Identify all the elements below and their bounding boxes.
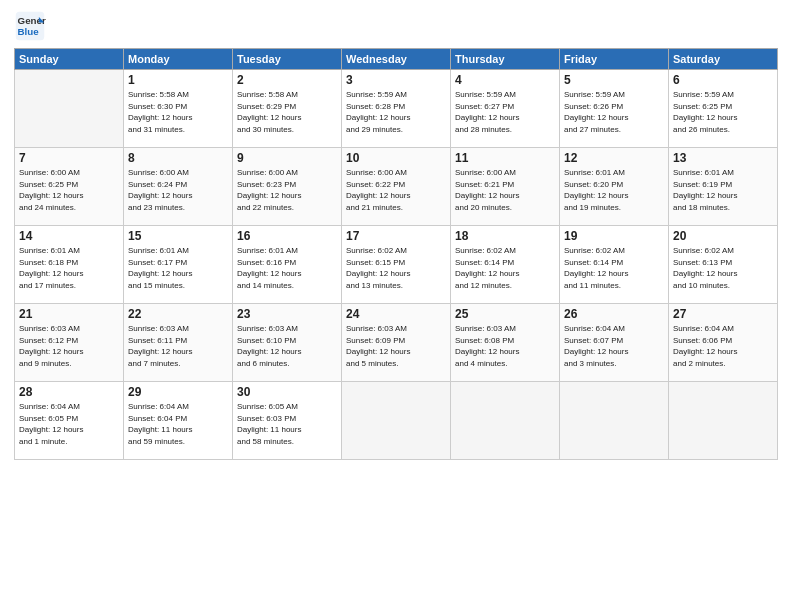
day-info: Sunrise: 5:59 AM Sunset: 6:27 PM Dayligh… <box>455 89 555 135</box>
col-header-tuesday: Tuesday <box>233 49 342 70</box>
calendar-cell: 21Sunrise: 6:03 AM Sunset: 6:12 PM Dayli… <box>15 304 124 382</box>
calendar-week-5: 28Sunrise: 6:04 AM Sunset: 6:05 PM Dayli… <box>15 382 778 460</box>
calendar-header-row: SundayMondayTuesdayWednesdayThursdayFrid… <box>15 49 778 70</box>
day-info: Sunrise: 6:02 AM Sunset: 6:13 PM Dayligh… <box>673 245 773 291</box>
day-number: 11 <box>455 151 555 165</box>
calendar-cell <box>560 382 669 460</box>
day-info: Sunrise: 6:01 AM Sunset: 6:20 PM Dayligh… <box>564 167 664 213</box>
calendar-cell: 10Sunrise: 6:00 AM Sunset: 6:22 PM Dayli… <box>342 148 451 226</box>
day-number: 16 <box>237 229 337 243</box>
day-number: 3 <box>346 73 446 87</box>
calendar-cell: 7Sunrise: 6:00 AM Sunset: 6:25 PM Daylig… <box>15 148 124 226</box>
day-info: Sunrise: 6:05 AM Sunset: 6:03 PM Dayligh… <box>237 401 337 447</box>
day-number: 29 <box>128 385 228 399</box>
calendar-cell: 24Sunrise: 6:03 AM Sunset: 6:09 PM Dayli… <box>342 304 451 382</box>
day-info: Sunrise: 6:04 AM Sunset: 6:07 PM Dayligh… <box>564 323 664 369</box>
day-info: Sunrise: 6:02 AM Sunset: 6:15 PM Dayligh… <box>346 245 446 291</box>
day-number: 27 <box>673 307 773 321</box>
col-header-wednesday: Wednesday <box>342 49 451 70</box>
day-info: Sunrise: 6:01 AM Sunset: 6:16 PM Dayligh… <box>237 245 337 291</box>
day-number: 7 <box>19 151 119 165</box>
day-number: 9 <box>237 151 337 165</box>
calendar-cell: 11Sunrise: 6:00 AM Sunset: 6:21 PM Dayli… <box>451 148 560 226</box>
day-info: Sunrise: 6:00 AM Sunset: 6:25 PM Dayligh… <box>19 167 119 213</box>
day-number: 10 <box>346 151 446 165</box>
day-number: 28 <box>19 385 119 399</box>
calendar-cell: 17Sunrise: 6:02 AM Sunset: 6:15 PM Dayli… <box>342 226 451 304</box>
calendar-cell: 23Sunrise: 6:03 AM Sunset: 6:10 PM Dayli… <box>233 304 342 382</box>
calendar-cell: 26Sunrise: 6:04 AM Sunset: 6:07 PM Dayli… <box>560 304 669 382</box>
calendar-week-1: 1Sunrise: 5:58 AM Sunset: 6:30 PM Daylig… <box>15 70 778 148</box>
calendar-cell: 20Sunrise: 6:02 AM Sunset: 6:13 PM Dayli… <box>669 226 778 304</box>
day-number: 14 <box>19 229 119 243</box>
day-info: Sunrise: 5:58 AM Sunset: 6:29 PM Dayligh… <box>237 89 337 135</box>
day-info: Sunrise: 6:00 AM Sunset: 6:24 PM Dayligh… <box>128 167 228 213</box>
calendar-cell: 18Sunrise: 6:02 AM Sunset: 6:14 PM Dayli… <box>451 226 560 304</box>
calendar-cell: 19Sunrise: 6:02 AM Sunset: 6:14 PM Dayli… <box>560 226 669 304</box>
day-info: Sunrise: 6:04 AM Sunset: 6:05 PM Dayligh… <box>19 401 119 447</box>
calendar-cell: 12Sunrise: 6:01 AM Sunset: 6:20 PM Dayli… <box>560 148 669 226</box>
col-header-thursday: Thursday <box>451 49 560 70</box>
day-number: 22 <box>128 307 228 321</box>
day-number: 21 <box>19 307 119 321</box>
day-number: 2 <box>237 73 337 87</box>
calendar-table: SundayMondayTuesdayWednesdayThursdayFrid… <box>14 48 778 460</box>
col-header-friday: Friday <box>560 49 669 70</box>
day-info: Sunrise: 6:03 AM Sunset: 6:11 PM Dayligh… <box>128 323 228 369</box>
calendar-cell: 30Sunrise: 6:05 AM Sunset: 6:03 PM Dayli… <box>233 382 342 460</box>
day-info: Sunrise: 6:03 AM Sunset: 6:12 PM Dayligh… <box>19 323 119 369</box>
day-number: 8 <box>128 151 228 165</box>
day-number: 25 <box>455 307 555 321</box>
calendar-cell: 15Sunrise: 6:01 AM Sunset: 6:17 PM Dayli… <box>124 226 233 304</box>
day-info: Sunrise: 6:00 AM Sunset: 6:22 PM Dayligh… <box>346 167 446 213</box>
page: General Blue SundayMondayTuesdayWednesda… <box>0 0 792 612</box>
calendar-cell: 25Sunrise: 6:03 AM Sunset: 6:08 PM Dayli… <box>451 304 560 382</box>
day-info: Sunrise: 5:59 AM Sunset: 6:26 PM Dayligh… <box>564 89 664 135</box>
calendar-cell: 9Sunrise: 6:00 AM Sunset: 6:23 PM Daylig… <box>233 148 342 226</box>
day-info: Sunrise: 5:59 AM Sunset: 6:25 PM Dayligh… <box>673 89 773 135</box>
day-info: Sunrise: 5:59 AM Sunset: 6:28 PM Dayligh… <box>346 89 446 135</box>
calendar-cell: 3Sunrise: 5:59 AM Sunset: 6:28 PM Daylig… <box>342 70 451 148</box>
day-info: Sunrise: 6:00 AM Sunset: 6:23 PM Dayligh… <box>237 167 337 213</box>
col-header-saturday: Saturday <box>669 49 778 70</box>
day-info: Sunrise: 6:01 AM Sunset: 6:17 PM Dayligh… <box>128 245 228 291</box>
calendar-cell: 5Sunrise: 5:59 AM Sunset: 6:26 PM Daylig… <box>560 70 669 148</box>
day-number: 12 <box>564 151 664 165</box>
day-info: Sunrise: 6:01 AM Sunset: 6:18 PM Dayligh… <box>19 245 119 291</box>
logo: General Blue <box>14 10 50 42</box>
calendar-cell <box>451 382 560 460</box>
calendar-cell: 6Sunrise: 5:59 AM Sunset: 6:25 PM Daylig… <box>669 70 778 148</box>
logo-icon: General Blue <box>14 10 46 42</box>
calendar-cell: 4Sunrise: 5:59 AM Sunset: 6:27 PM Daylig… <box>451 70 560 148</box>
calendar-week-3: 14Sunrise: 6:01 AM Sunset: 6:18 PM Dayli… <box>15 226 778 304</box>
calendar-cell: 16Sunrise: 6:01 AM Sunset: 6:16 PM Dayli… <box>233 226 342 304</box>
day-number: 1 <box>128 73 228 87</box>
calendar-cell: 27Sunrise: 6:04 AM Sunset: 6:06 PM Dayli… <box>669 304 778 382</box>
calendar-cell <box>669 382 778 460</box>
calendar-cell <box>342 382 451 460</box>
col-header-sunday: Sunday <box>15 49 124 70</box>
calendar-week-4: 21Sunrise: 6:03 AM Sunset: 6:12 PM Dayli… <box>15 304 778 382</box>
day-info: Sunrise: 6:02 AM Sunset: 6:14 PM Dayligh… <box>564 245 664 291</box>
day-number: 18 <box>455 229 555 243</box>
day-number: 17 <box>346 229 446 243</box>
calendar-cell: 29Sunrise: 6:04 AM Sunset: 6:04 PM Dayli… <box>124 382 233 460</box>
day-info: Sunrise: 6:04 AM Sunset: 6:04 PM Dayligh… <box>128 401 228 447</box>
header: General Blue <box>14 10 778 42</box>
day-info: Sunrise: 6:02 AM Sunset: 6:14 PM Dayligh… <box>455 245 555 291</box>
day-number: 30 <box>237 385 337 399</box>
day-info: Sunrise: 6:03 AM Sunset: 6:08 PM Dayligh… <box>455 323 555 369</box>
day-number: 23 <box>237 307 337 321</box>
calendar-cell: 8Sunrise: 6:00 AM Sunset: 6:24 PM Daylig… <box>124 148 233 226</box>
col-header-monday: Monday <box>124 49 233 70</box>
day-number: 20 <box>673 229 773 243</box>
day-number: 6 <box>673 73 773 87</box>
calendar-cell: 1Sunrise: 5:58 AM Sunset: 6:30 PM Daylig… <box>124 70 233 148</box>
calendar-cell: 2Sunrise: 5:58 AM Sunset: 6:29 PM Daylig… <box>233 70 342 148</box>
day-info: Sunrise: 5:58 AM Sunset: 6:30 PM Dayligh… <box>128 89 228 135</box>
calendar-cell: 22Sunrise: 6:03 AM Sunset: 6:11 PM Dayli… <box>124 304 233 382</box>
day-number: 15 <box>128 229 228 243</box>
day-info: Sunrise: 6:00 AM Sunset: 6:21 PM Dayligh… <box>455 167 555 213</box>
day-number: 26 <box>564 307 664 321</box>
day-number: 19 <box>564 229 664 243</box>
